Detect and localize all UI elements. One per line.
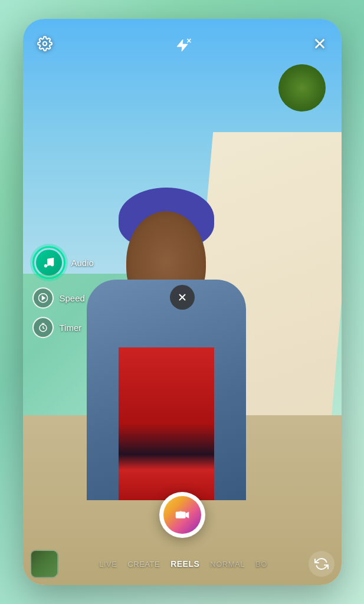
speed-label: Speed	[60, 293, 85, 303]
flip-camera-button[interactable]	[309, 551, 335, 577]
flash-button[interactable]: ×	[175, 38, 189, 52]
record-button-inner	[163, 496, 201, 534]
tree-decoration	[278, 64, 326, 135]
svg-point-5	[50, 263, 54, 267]
camera-mode-tabs: LIVE CREATE REELS NORMAL BO	[99, 559, 267, 569]
svg-point-4	[44, 264, 47, 268]
speed-icon	[32, 287, 54, 308]
dismiss-panel-button[interactable]	[170, 285, 195, 310]
tab-live[interactable]: LIVE	[99, 560, 117, 569]
svg-marker-1	[177, 40, 188, 51]
record-button[interactable]	[159, 492, 205, 538]
tab-boomerang[interactable]: BO	[255, 560, 267, 569]
shutter-area	[159, 492, 205, 538]
phone-frame: ×	[23, 19, 342, 585]
timer-icon	[32, 317, 54, 338]
audio-icon	[36, 250, 62, 275]
timer-panel-item[interactable]: Timer	[32, 317, 94, 338]
top-bar: ×	[23, 19, 342, 60]
speed-panel-item[interactable]: Speed	[32, 287, 94, 308]
timer-label: Timer	[60, 323, 82, 333]
tab-reels[interactable]: REELS	[170, 559, 199, 569]
settings-button[interactable]	[37, 36, 53, 55]
audio-ring	[32, 246, 65, 279]
side-panel: Audio Speed	[32, 246, 94, 338]
audio-label: Audio	[71, 258, 94, 268]
tab-normal[interactable]: NORMAL	[210, 560, 245, 569]
person-subject	[87, 160, 246, 500]
audio-panel-item[interactable]: Audio	[32, 246, 94, 279]
tab-create[interactable]: CREATE	[127, 560, 160, 569]
gallery-thumbnail[interactable]	[30, 550, 58, 578]
bottom-navigation: LIVE CREATE REELS NORMAL BO	[23, 543, 342, 585]
close-button[interactable]	[312, 36, 327, 55]
